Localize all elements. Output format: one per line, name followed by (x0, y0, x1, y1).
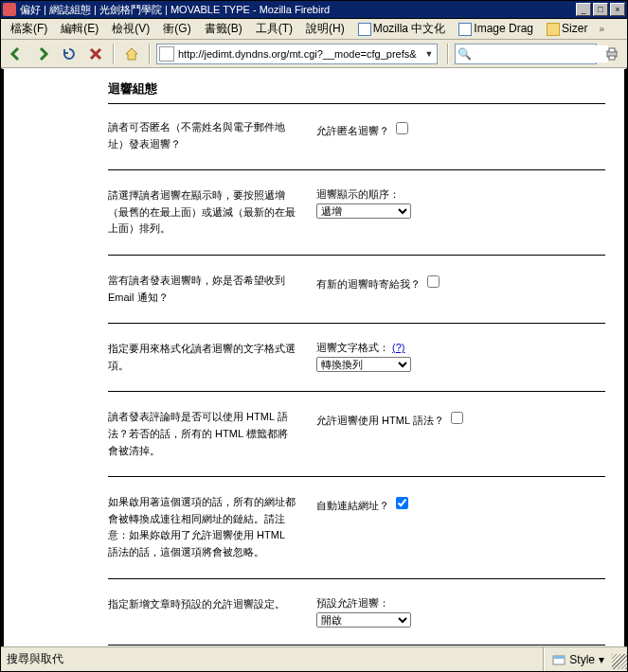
setting-row: 指定新增文章時預設的允許迴響設定。預設允許迴響： 開啟關閉 (108, 596, 605, 645)
setting-control: 迴響文字格式： (?)轉換換列 (316, 341, 605, 374)
resize-grip[interactable] (612, 654, 627, 669)
url-bar[interactable]: ▼ (156, 44, 438, 64)
statusbar: 搜尋與取代 Style ▾ (1, 646, 627, 671)
setting-control: 自動連結網址？ (316, 494, 605, 560)
menu-file[interactable]: 檔案(F) (5, 19, 53, 39)
setting-label: 自動連結網址？ (316, 500, 392, 511)
page-icon (458, 23, 472, 36)
back-icon (9, 46, 24, 62)
style-switcher[interactable]: Style ▾ (544, 647, 612, 671)
menu-help[interactable]: 說明(H) (300, 19, 350, 39)
url-input[interactable] (176, 45, 422, 62)
setting-checkbox[interactable] (396, 122, 408, 134)
setting-label: 允許匿名迴響？ (316, 125, 392, 136)
toolbar-separator (149, 44, 151, 64)
content-scroll[interactable]: 迴響組態 讀者可否匿名（不需姓名與電子郵件地址）發表迴響？允許匿名迴響？ 請選擇… (1, 68, 627, 646)
svg-rect-4 (609, 56, 615, 60)
toolbar-separator (447, 44, 449, 64)
setting-select[interactable]: 開啟關閉 (316, 612, 411, 628)
menu-overflow[interactable]: » (595, 24, 608, 34)
page-heading: 迴響組態 (108, 77, 605, 104)
setting-label: 允許迴響使用 HTML 語法？ (316, 415, 447, 426)
setting-row: 讀者可否匿名（不需姓名與電子郵件地址）發表迴響？允許匿名迴響？ (108, 119, 605, 170)
setting-control: 有新的迴響時寄給我？ (316, 273, 605, 306)
setting-checkbox[interactable] (451, 412, 463, 424)
setting-label: 預設允許迴響： (316, 597, 389, 609)
menu-view[interactable]: 檢視(V) (106, 19, 155, 39)
site-icon (159, 46, 174, 62)
search-input[interactable] (474, 45, 608, 62)
back-button[interactable] (5, 43, 27, 65)
window-titlebar: 偏好 | 網誌組態 | 光劍格鬥學院 | MOVABLE TYPE - Mozi… (1, 1, 627, 19)
setting-description: 指定要用來格式化讀者迴響的文字格式選項。 (108, 341, 297, 374)
setting-row: 指定要用來格式化讀者迴響的文字格式選項。迴響文字格式： (?)轉換換列 (108, 341, 605, 392)
search-bar[interactable]: 🔍 (455, 44, 597, 64)
setting-control: 預設允許迴響： 開啟關閉 (316, 596, 605, 628)
setting-description: 讀者發表評論時是否可以使用 HTML 語法？若否的話，所有的 HTML 標籤都將… (108, 409, 297, 459)
url-dropdown[interactable]: ▼ (422, 49, 437, 59)
toolbar: ▼ 🔍 (1, 40, 627, 68)
forward-button[interactable] (31, 43, 54, 65)
stop-button[interactable] (84, 43, 107, 65)
style-label: Style (569, 653, 595, 666)
style-drop-icon: ▾ (599, 653, 604, 666)
bookmark-label: Image Drag (474, 22, 533, 35)
setting-label: 迴響文字格式： (316, 342, 392, 353)
home-button[interactable] (120, 43, 143, 65)
setting-checkbox[interactable] (427, 275, 440, 288)
setting-select[interactable]: 遞增遞減 (316, 203, 411, 219)
setting-row: 讀者發表評論時是否可以使用 HTML 語法？若否的話，所有的 HTML 標籤都將… (108, 409, 605, 477)
setting-row: 當有讀者發表迴響時，妳是否希望收到 Email 通知？有新的迴響時寄給我？ (108, 273, 605, 324)
setting-control: 迴響顯示的順序： 遞增遞減 (316, 187, 605, 238)
status-message: 搜尋與取代 (1, 647, 544, 671)
page-icon (358, 23, 371, 36)
forward-icon (35, 46, 50, 62)
setting-label: 有新的迴響時寄給我？ (316, 278, 423, 290)
menu-edit[interactable]: 編輯(E) (55, 19, 104, 39)
style-icon (552, 653, 565, 666)
minimize-button[interactable]: _ (576, 3, 591, 16)
setting-select[interactable]: 轉換換列 (316, 357, 411, 372)
app-icon (3, 3, 16, 16)
print-button[interactable] (601, 43, 623, 65)
bookmark-image-drag[interactable]: Image Drag (453, 20, 539, 38)
menubar: 檔案(F) 編輯(E) 檢視(V) 衝(G) 書籤(B) 工具(T) 說明(H)… (1, 19, 627, 40)
reload-button[interactable] (58, 43, 81, 65)
reload-icon (62, 46, 77, 62)
toolbar-separator (113, 44, 115, 64)
close-button[interactable]: × (610, 3, 625, 16)
maximize-button[interactable]: □ (593, 3, 608, 16)
setting-row: 如果啟用著這個選項的話，所有的網址都會被轉換成連往相同網址的鏈結。請注意：如果妳… (108, 494, 605, 578)
bookmark-mozilla-zh[interactable]: Mozilla 中文化 (352, 19, 452, 39)
svg-rect-6 (553, 656, 565, 659)
search-icon: 🔍 (458, 47, 472, 61)
menu-go[interactable]: 衝(G) (157, 19, 196, 39)
window-buttons: _ □ × (576, 3, 625, 16)
setting-row: 請選擇讀者迴響在顯示時，要按照遞增（最舊的在最上面）或遞減（最新的在最上面）排列… (108, 187, 605, 256)
setting-description: 讀者可否匿名（不需姓名與電子郵件地址）發表迴響？ (108, 119, 297, 152)
setting-description: 指定新增文章時預設的允許迴響設定。 (108, 596, 297, 628)
setting-checkbox[interactable] (396, 497, 408, 509)
window-title: 偏好 | 網誌組態 | 光劍格鬥學院 | MOVABLE TYPE - Mozi… (20, 3, 576, 17)
setting-description: 當有讀者發表迴響時，妳是否希望收到 Email 通知？ (108, 273, 297, 306)
svg-rect-3 (609, 48, 615, 52)
setting-description: 請選擇讀者迴響在顯示時，要按照遞增（最舊的在最上面）或遞減（最新的在最上面）排列… (108, 187, 297, 238)
folder-icon (547, 23, 560, 36)
menu-tools[interactable]: 工具(T) (250, 19, 298, 39)
page-content: 迴響組態 讀者可否匿名（不需姓名與電子郵件地址）發表迴響？允許匿名迴響？ 請選擇… (3, 69, 625, 646)
hint-link[interactable]: (?) (392, 342, 404, 353)
bookmark-label: Mozilla 中文化 (373, 22, 446, 35)
stop-icon (89, 47, 102, 61)
home-icon (124, 46, 139, 62)
bookmark-sizer[interactable]: Sizer (541, 20, 593, 38)
bookmark-label: Sizer (562, 22, 587, 35)
setting-control: 允許匿名迴響？ (316, 119, 605, 152)
menu-bookmarks[interactable]: 書籤(B) (199, 19, 248, 39)
setting-control: 允許迴響使用 HTML 語法？ (316, 409, 605, 459)
print-icon (604, 46, 619, 62)
setting-description: 如果啟用著這個選項的話，所有的網址都會被轉換成連往相同網址的鏈結。請注意：如果妳… (108, 494, 297, 560)
setting-label: 迴響顯示的順序： (316, 188, 400, 200)
